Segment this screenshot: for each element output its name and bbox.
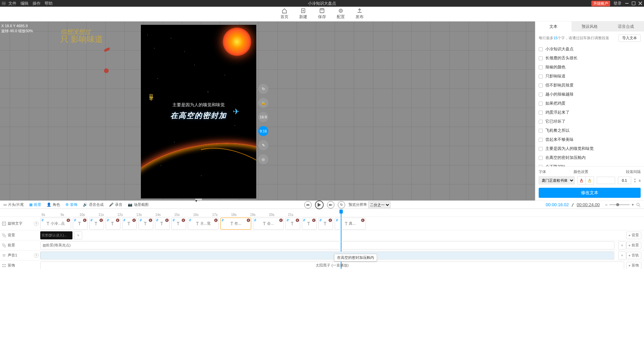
timeline-clip[interactable]: ⇵🔇T主...觉 <box>188 218 219 230</box>
add-fg-button[interactable]: + <box>618 241 626 249</box>
bt-head-tail[interactable]: ▭片头/片尾 <box>3 202 24 207</box>
menu-help[interactable]: 帮助 <box>45 1 53 6</box>
line-checkbox[interactable] <box>539 65 543 69</box>
line-checkbox[interactable] <box>539 156 543 160</box>
modify-text-button[interactable]: 修改文本 <box>539 188 641 198</box>
next-frame-button[interactable]: ⏭ <box>327 201 334 209</box>
bt-role[interactable]: 👤角色 <box>47 202 60 207</box>
text-line-item[interactable]: 长颈鹿的舌头很长 <box>539 54 641 63</box>
preview-viewport[interactable]: 它已经坏了 主要是因为人的嗅觉和味觉 在高空的密封加 ✈ <box>141 25 256 198</box>
toolbar-new[interactable]: 新建 <box>299 8 307 20</box>
text-line-item[interactable]: 越小的辣椒越辣 <box>539 90 641 99</box>
zoom-fit-icon[interactable] <box>636 203 641 207</box>
ratio-916-btn[interactable]: 9:16 <box>258 126 268 136</box>
login-button[interactable]: 登录 <box>613 1 622 6</box>
import-text-button[interactable]: 导入文本 <box>619 34 641 42</box>
bt-tts[interactable]: 🔊语音合成 <box>83 202 104 207</box>
line-checkbox[interactable] <box>539 74 543 78</box>
timeline-clip[interactable]: ⇵🔇T <box>89 218 104 230</box>
text-line-item[interactable]: 飞机餐之所以 <box>539 126 641 135</box>
line-checkbox[interactable] <box>539 47 543 51</box>
rotate-btn[interactable]: ↻ <box>258 84 268 94</box>
lock-btn[interactable]: 🔓 <box>258 98 268 108</box>
timeline-clip[interactable]: ⇵🔇T <box>171 218 186 230</box>
timeline-clip[interactable]: ⇵🔇T <box>73 218 88 230</box>
text-line-item[interactable]: 在高空的密封加压舱内 <box>539 153 641 162</box>
help-icon[interactable]: ? <box>34 253 39 258</box>
tab-preset[interactable]: 预设风格 <box>572 21 608 32</box>
text-line-item[interactable]: 鸡蛋浮起来了 <box>539 108 641 117</box>
maximize-icon[interactable] <box>632 1 636 5</box>
timeline-ruler[interactable]: 8s9s10s11s12s13s14s15s16s17s18s19s20s21s <box>0 209 644 217</box>
line-checkbox[interactable] <box>539 111 543 115</box>
timeline-clip[interactable]: ⇵🔇T <box>122 218 137 230</box>
canvas[interactable]: X 18.6 Y 4685.9 旋转-90.0 缩放50% 你想没想过 只 影响… <box>0 21 535 200</box>
menu-edit[interactable]: 编辑 <box>20 1 29 6</box>
bt-foreground[interactable]: ▦前景 <box>29 202 41 207</box>
bg-clip[interactable]: 背景(默认进入)... <box>40 231 72 239</box>
playhead[interactable] <box>339 210 343 214</box>
toolbar-save[interactable]: 保存 <box>318 8 326 20</box>
text-color-buttons[interactable]: AA <box>577 176 594 184</box>
tab-text[interactable]: 文本 <box>535 21 572 32</box>
timeline-clip[interactable]: ⇵🔇T <box>318 218 333 230</box>
spacing-input[interactable] <box>618 177 631 184</box>
add-bg-button[interactable]: + <box>74 231 82 239</box>
text-line-item[interactable]: 只影响味道 <box>539 72 641 81</box>
line-checkbox[interactable] <box>539 147 543 151</box>
bt-decoration[interactable]: ⚙装饰 <box>65 202 77 207</box>
preview-handle[interactable]: ▾ <box>195 198 202 201</box>
toolbar-publish[interactable]: 发布 <box>356 8 364 20</box>
zoom-out-button[interactable]: − <box>605 203 607 207</box>
fg-clip[interactable]: ▥ 前景(唯美光点) <box>40 241 614 249</box>
timeline-clip[interactable]: ⇵🔇T <box>302 218 317 230</box>
text-line-item[interactable]: 它已经坏了 <box>539 117 641 126</box>
minimize-icon[interactable] <box>625 1 629 5</box>
line-checkbox[interactable] <box>539 102 543 106</box>
line-checkbox[interactable] <box>539 93 543 97</box>
text-line-item[interactable]: 辣椒的颜色 <box>539 63 641 72</box>
timeline-clip[interactable]: ⇵🔇T <box>106 218 120 230</box>
menu-file[interactable]: 文件 <box>8 1 16 6</box>
timeline-clip[interactable]: ⇵🔇T会... <box>253 218 284 230</box>
font-select[interactable]: 庞门正道粗书体 <box>539 176 575 184</box>
target-btn[interactable]: ◎ <box>258 154 268 164</box>
resolution-select[interactable]: 二分之一 <box>368 201 390 208</box>
ratio-169-btn[interactable]: 16:9 <box>258 112 268 122</box>
tab-tts[interactable]: 语音合成 <box>608 21 644 32</box>
toolbar-home[interactable]: 首页 <box>280 8 288 20</box>
play-button[interactable] <box>315 200 324 209</box>
add-fg-track-button[interactable]: + 前景 <box>626 242 641 249</box>
timeline-clip[interactable]: ⇵🔇T <box>139 218 153 230</box>
color-swatch[interactable] <box>597 177 615 184</box>
timeline-clip[interactable]: ⇵🔇T真... <box>335 218 366 230</box>
timeline-clip[interactable]: ⇵🔇T <box>155 218 170 230</box>
add-decor-track-button[interactable]: + 装饰 <box>626 262 641 269</box>
help-icon[interactable]: ? <box>34 221 39 226</box>
bt-record[interactable]: 🎤录音 <box>109 202 122 207</box>
spacing-stepper[interactable]: ▲▼ <box>634 178 636 183</box>
text-line-item[interactable]: 如果把鸡蛋 <box>539 99 641 108</box>
edit-btn[interactable]: ✎ <box>258 140 268 150</box>
add-audio-button[interactable]: + <box>618 251 626 260</box>
audio-clip[interactable] <box>40 251 614 260</box>
timeline-clip[interactable]: ⇵🔇T小冷...点 <box>40 218 71 230</box>
line-checkbox[interactable] <box>539 120 543 124</box>
add-bg-track-button[interactable]: + 背景 <box>626 232 641 239</box>
timeline-clip[interactable]: ⇵🔇T <box>285 218 300 230</box>
prev-frame-button[interactable]: ⏮ <box>304 201 312 209</box>
line-checkbox[interactable] <box>539 129 543 133</box>
close-icon[interactable] <box>638 1 642 5</box>
loop-button[interactable]: ↻ <box>338 201 345 209</box>
bt-screenshot[interactable]: 📷场景截图 <box>128 202 149 207</box>
text-line-item[interactable]: 尝起来不够美味 <box>539 135 641 144</box>
text-line-item[interactable]: 但不影响其辣度 <box>539 81 641 90</box>
add-audio-track-button[interactable]: + 音轨 <box>626 252 641 259</box>
text-line-item[interactable]: 主要是因为人的嗅觉和味觉 <box>539 144 641 153</box>
timeline-clip[interactable]: ⇵🔇T在... <box>220 218 251 230</box>
toolbar-config[interactable]: 配置 <box>337 8 345 20</box>
zoom-in-button[interactable]: + <box>632 203 634 207</box>
text-line-list[interactable]: 小冷知识大盘点长颈鹿的舌头很长辣椒的颜色只影响味道但不影响其辣度越小的辣椒越辣如… <box>535 45 644 166</box>
line-checkbox[interactable] <box>539 138 543 142</box>
text-line-item[interactable]: 会下降30% <box>539 162 641 166</box>
